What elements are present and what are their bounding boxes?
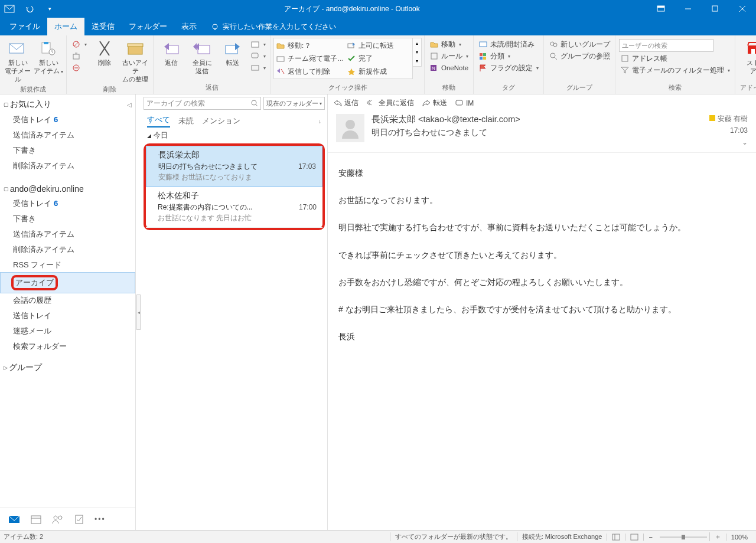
filter-mention[interactable]: メンション xyxy=(202,116,240,126)
ignore-button[interactable] xyxy=(70,39,88,50)
filter-all[interactable]: すべて xyxy=(147,115,170,127)
nav-more-icon[interactable]: ••• xyxy=(94,515,106,524)
tab-folder[interactable]: フォルダー xyxy=(122,18,174,35)
bulb-icon xyxy=(211,23,219,31)
folder-conv-history[interactable]: 会話の履歴 xyxy=(0,293,135,308)
ribbon-options-icon[interactable] xyxy=(647,0,674,18)
junk-button[interactable] xyxy=(70,63,88,73)
message-item[interactable]: 長浜栄太郎 明日の打ち合わせにつきまして17:03 安藤様 お世話になっておりま xyxy=(146,146,322,187)
folder-junk[interactable]: 迷惑メール xyxy=(0,323,135,339)
meeting-button[interactable] xyxy=(249,39,267,50)
search-people-input[interactable]: ユーザーの検索 xyxy=(619,39,713,52)
more-reply-button[interactable] xyxy=(249,63,267,73)
quick-down[interactable]: ▾ xyxy=(414,48,420,56)
zoom-slider[interactable] xyxy=(657,534,709,541)
address-book-button[interactable]: アドレス帳 xyxy=(619,53,731,64)
reading-header: 長浜栄太郎 <takao-k@texte-clair.com> 明日の打ち合わせ… xyxy=(328,112,756,153)
zoom-in[interactable]: ＋ xyxy=(709,532,726,541)
message-item[interactable]: 松木佐和子 Re:提案書の内容についての...17:00 お世話になります 先日… xyxy=(146,187,322,228)
search-scope[interactable]: 現在のフォルダー xyxy=(263,97,325,110)
folder-sent[interactable]: 送信済みアイテム xyxy=(0,227,135,242)
flag-button[interactable]: フラグの設定 xyxy=(477,63,540,73)
nav-tasks-icon[interactable] xyxy=(74,515,84,524)
quick-team[interactable]: チーム宛て電子… xyxy=(275,52,346,65)
quick-create[interactable]: 新規作成 xyxy=(346,65,412,78)
filter-unread[interactable]: 未読 xyxy=(178,116,194,126)
quick-more[interactable]: ▾ xyxy=(414,57,420,65)
folder-drafts[interactable]: 下書き xyxy=(0,211,135,227)
cleanup-button[interactable] xyxy=(70,51,88,61)
reply-button[interactable]: 返信 xyxy=(156,38,187,67)
folder-rss[interactable]: RSS フィード xyxy=(0,257,135,273)
im-button[interactable] xyxy=(249,51,267,61)
tab-view[interactable]: 表示 xyxy=(174,18,204,35)
nav-people-icon[interactable] xyxy=(52,515,64,524)
favorites-header[interactable]: ▢お気に入り◁ xyxy=(0,97,135,112)
fav-drafts[interactable]: 下書き xyxy=(0,143,135,158)
folder-outbox[interactable]: 送信トレイ xyxy=(0,308,135,323)
collapse-folder-pane[interactable]: ◂ xyxy=(136,295,141,330)
sort-icon[interactable]: ↓ xyxy=(318,118,321,125)
forward-button[interactable]: 転送 xyxy=(217,38,248,67)
action-forward[interactable]: 転送 xyxy=(422,98,447,108)
archive-button[interactable]: 古いアイテ ムの整理 xyxy=(120,38,151,83)
tab-file[interactable]: ファイル xyxy=(2,18,47,35)
view-reading-icon[interactable] xyxy=(625,534,643,541)
move-button[interactable]: 移動 xyxy=(428,39,470,50)
svg-line-45 xyxy=(555,57,557,60)
tab-home[interactable]: ホーム xyxy=(47,18,84,35)
store-button[interactable]: スト ア xyxy=(738,38,756,76)
account-header[interactable]: ▢ando@dekiru.online xyxy=(0,182,135,196)
reply-all-button[interactable]: 全員に 返信 xyxy=(187,38,217,76)
fav-deleted[interactable]: 削除済みアイテム xyxy=(0,158,135,174)
zoom-out[interactable]: − xyxy=(643,534,657,541)
quick-replydel[interactable]: 返信して削除 xyxy=(275,65,346,78)
quick-boss[interactable]: 上司に転送 xyxy=(346,39,412,52)
close-button[interactable] xyxy=(729,0,756,18)
chevron-left-icon[interactable]: ◁ xyxy=(127,102,132,108)
quick-move[interactable]: 移動: ? xyxy=(275,39,346,52)
unread-button[interactable]: 未読/開封済み xyxy=(477,39,540,50)
nav-mail-icon[interactable] xyxy=(8,515,20,524)
minimize-button[interactable] xyxy=(674,0,702,18)
action-reply[interactable]: 返信 xyxy=(334,98,359,108)
folder-inbox[interactable]: 受信トレイ6 xyxy=(0,196,135,211)
new-mail-button[interactable]: 新しい 電子メール xyxy=(2,38,33,83)
fav-sent[interactable]: 送信済みアイテム xyxy=(0,127,135,143)
date-group[interactable]: ◢今日 xyxy=(141,129,327,142)
quick-up[interactable]: ▴ xyxy=(414,40,420,47)
zoom-level[interactable]: 100% xyxy=(726,534,752,541)
categorize-button[interactable]: 分類 xyxy=(477,51,540,61)
action-reply-all[interactable]: 全員に返信 xyxy=(367,98,414,108)
group-label: アドイン xyxy=(737,83,756,94)
reading-category[interactable]: 安藤 有樹 xyxy=(709,114,748,124)
qat-more-icon[interactable]: ▾ xyxy=(43,2,57,15)
filter-email-button[interactable]: 電子メールのフィルター処理 xyxy=(619,65,731,76)
search-input[interactable]: アーカイブ の検索 xyxy=(144,97,261,110)
svg-line-33 xyxy=(281,69,284,74)
folder-search[interactable]: 検索フォルダー xyxy=(0,339,135,354)
new-group-button[interactable]: 新しいグループ xyxy=(548,39,611,50)
new-item-button[interactable]: 新しい アイテム xyxy=(33,38,64,76)
folder-archive[interactable]: アーカイブ xyxy=(0,272,135,293)
folder-deleted[interactable]: 削除済みアイテム xyxy=(0,242,135,257)
tab-sendrecv[interactable]: 送受信 xyxy=(84,18,122,35)
action-im[interactable]: IM xyxy=(455,98,474,108)
rules-button[interactable]: ルール xyxy=(428,51,470,61)
app-icon[interactable] xyxy=(2,2,17,15)
undo-icon[interactable] xyxy=(22,2,37,15)
browse-group-button[interactable]: グループの参照 xyxy=(548,51,611,61)
view-normal-icon[interactable] xyxy=(607,534,625,541)
quick-done[interactable]: 完了 xyxy=(346,52,412,65)
svg-rect-47 xyxy=(751,49,755,54)
folder-pane: ▢お気に入り◁ 受信トレイ6 送信済みアイテム 下書き 削除済みアイテム ▢an… xyxy=(0,94,136,530)
svg-line-16 xyxy=(74,42,79,47)
groups-header[interactable]: ▷グループ xyxy=(0,360,135,375)
delete-button[interactable]: 削除 xyxy=(89,38,120,67)
nav-calendar-icon[interactable] xyxy=(31,515,41,524)
fav-inbox[interactable]: 受信トレイ6 xyxy=(0,112,135,127)
maximize-button[interactable] xyxy=(702,0,729,18)
onenote-button[interactable]: NOneNote xyxy=(428,63,470,73)
tell-me[interactable]: 実行したい作業を入力してください xyxy=(204,18,343,35)
expand-header-icon[interactable]: ⌄ xyxy=(709,138,748,146)
